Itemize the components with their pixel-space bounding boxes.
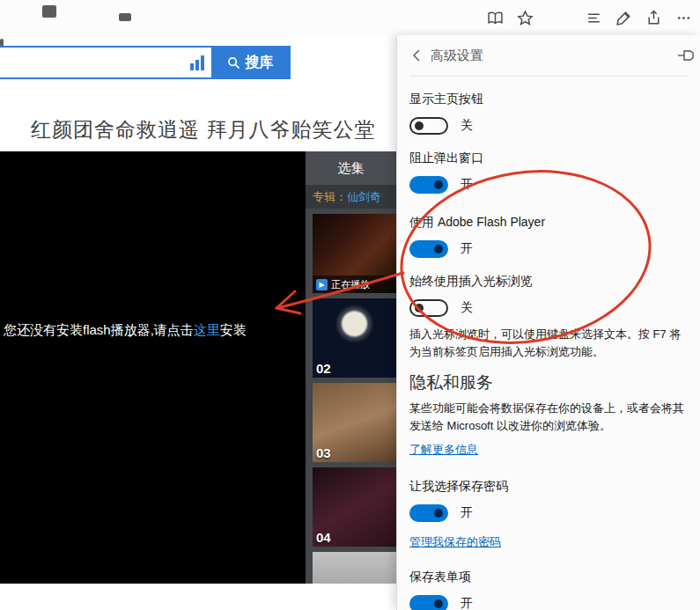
show-home-toggle[interactable] <box>409 117 448 135</box>
chart-bars-icon[interactable] <box>190 55 204 70</box>
share-icon[interactable] <box>638 3 668 33</box>
video-page-title: 红颜团舍命救逍遥 拜月八爷贻笑公堂 <box>31 116 375 143</box>
caret-browsing-toggle[interactable] <box>409 299 448 317</box>
tab-episode-select[interactable]: 选集 <box>306 151 396 185</box>
web-note-pen-icon[interactable] <box>608 3 638 33</box>
privacy-description: 某些功能可能会将数据保存在你的设备上，或者会将其发送给 Microsoft 以改… <box>409 400 688 435</box>
toggle-knob <box>415 121 424 130</box>
now-playing-bar: ▶ 正在播放 <box>313 276 396 293</box>
adobe-flash-toggle[interactable] <box>409 240 448 258</box>
flash-msg-before: 您还没有安装flash播放器,请点击 <box>4 322 194 337</box>
episode-thumb-04[interactable]: 04 <box>313 467 396 547</box>
toggle-state-label: 开 <box>461 241 473 257</box>
page-fragment <box>119 13 131 21</box>
toggle-knob <box>434 599 443 608</box>
settings-header: 高级设置 <box>409 35 688 77</box>
episode-number: 04 <box>316 530 331 545</box>
flash-missing-message: 您还没有安装flash播放器,请点击这里安装 <box>4 322 247 339</box>
toggle-knob <box>434 180 443 189</box>
page-fragment <box>42 5 56 18</box>
toggle-row-save-passwords: 开 <box>409 504 688 522</box>
hub-icon[interactable] <box>578 3 608 33</box>
setting-label-adobe-flash: 使用 Adobe Flash Player <box>409 215 688 230</box>
play-icon: ▶ <box>316 279 328 290</box>
toggle-row-save-form: 开 <box>409 595 688 610</box>
back-chevron-icon[interactable] <box>411 48 422 62</box>
manage-passwords-link[interactable]: 管理我保存的密码 <box>409 534 501 550</box>
reading-view-icon[interactable] <box>480 3 510 33</box>
toggle-row-adobe-flash: 开 <box>409 240 688 258</box>
toggle-row-show-home: 关 <box>409 117 688 135</box>
album-row: 专辑：仙剑奇 <box>306 185 396 209</box>
episode-playlist: 选集 专辑：仙剑奇 ▶ 正在播放 02 03 04 <box>306 151 396 584</box>
block-popups-toggle[interactable] <box>409 176 448 194</box>
search-button-label: 搜库 <box>246 54 274 72</box>
toggle-knob <box>434 245 443 254</box>
pin-panel-icon[interactable] <box>677 48 696 66</box>
toggle-knob <box>434 509 443 518</box>
episode-number: 03 <box>316 445 331 460</box>
album-label: 专辑： <box>313 189 347 205</box>
search-button[interactable]: 搜库 <box>211 48 289 77</box>
browser-window: 搜库 红颜团舍命救逍遥 拜月八爷贻笑公堂 您还没有安装flash播放器,请点击这… <box>0 0 700 610</box>
setting-label-save-form-entries: 保存表单项 <box>409 570 688 584</box>
save-form-toggle[interactable] <box>409 595 448 610</box>
site-search-bar: 搜库 <box>0 46 291 79</box>
album-link[interactable]: 仙剑奇 <box>347 189 381 205</box>
setting-label-caret-browsing: 始终使用插入光标浏览 <box>409 274 688 289</box>
settings-panel-title: 高级设置 <box>431 48 483 64</box>
save-passwords-toggle[interactable] <box>409 504 448 522</box>
toggle-state-label: 关 <box>461 300 473 316</box>
setting-label-show-home-button: 显示主页按钮 <box>409 92 688 107</box>
toggle-state-label: 关 <box>461 118 473 134</box>
more-actions-icon[interactable] <box>668 3 698 33</box>
toggle-row-block-popups: 开 <box>409 176 688 194</box>
search-input[interactable] <box>0 48 190 77</box>
browser-toolbar <box>0 0 700 35</box>
flash-install-link[interactable]: 这里 <box>194 322 220 337</box>
magnifier-icon <box>227 56 240 70</box>
setting-label-block-popups: 阻止弹出窗口 <box>409 151 688 165</box>
toggle-state-label: 开 <box>461 177 473 193</box>
advanced-settings-panel: 高级设置 显示主页按钮 关 阻止弹出窗口 开 使用 Adobe Flash Pl… <box>396 35 700 610</box>
setting-label-save-passwords: 让我选择保存密码 <box>409 479 688 494</box>
episode-thumb-05[interactable] <box>313 552 396 584</box>
learn-more-link[interactable]: 了解更多信息 <box>409 442 478 458</box>
episode-number: 02 <box>316 361 331 376</box>
toggle-row-caret-browsing: 关 <box>409 299 688 317</box>
favorites-star-icon[interactable] <box>510 3 540 33</box>
episode-thumb-playing[interactable]: ▶ 正在播放 <box>313 214 396 293</box>
caret-browsing-note: 插入光标浏览时，可以使用键盘来选择文本。按 F7 将为当前标签页启用插入光标浏览… <box>409 326 688 361</box>
video-player: 您还没有安装flash播放器,请点击这里安装 <box>0 151 306 584</box>
episode-thumb-03[interactable]: 03 <box>313 383 396 462</box>
toggle-knob <box>415 304 424 312</box>
flash-msg-after: 安装 <box>220 322 247 337</box>
episode-thumb-02[interactable]: 02 <box>313 298 396 378</box>
toggle-state-label: 开 <box>461 505 473 521</box>
privacy-section-heading: 隐私和服务 <box>409 371 688 394</box>
toggle-state-label: 开 <box>461 596 473 610</box>
now-playing-label: 正在播放 <box>331 278 370 291</box>
